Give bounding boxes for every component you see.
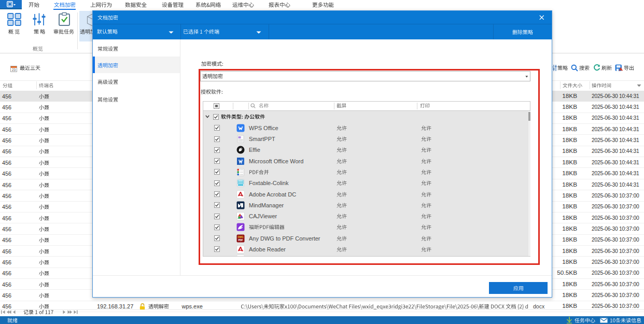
svg-text:DWG: DWG — [237, 236, 244, 238]
svg-text:23: 23 — [11, 68, 16, 72]
svg-text:PDF: PDF — [238, 239, 243, 242]
